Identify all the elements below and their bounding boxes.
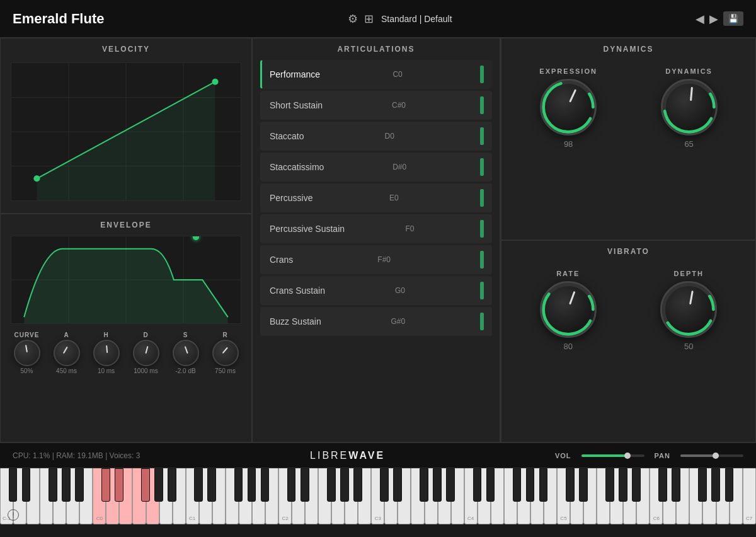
brand-libre: LIBRE <box>310 450 348 461</box>
black-key-6-A#[interactable] <box>725 468 734 502</box>
black-key-6-G#[interactable] <box>711 468 720 502</box>
articulation-name-2: Staccato <box>270 131 304 141</box>
black-key-0-D#[interactable] <box>115 468 123 502</box>
black-key-4-F#[interactable] <box>513 468 522 502</box>
black-key-1-A#[interactable] <box>261 468 270 502</box>
black-key-4-C#[interactable] <box>473 468 482 502</box>
piano-keyboard[interactable]: C-1C0C1C2C3C4C5C6C7 <box>0 468 756 524</box>
black-key-5-C#[interactable] <box>566 468 575 502</box>
white-key-56[interactable]: C7 <box>743 468 756 524</box>
black-key-4-D#[interactable] <box>486 468 495 502</box>
key-label-c2: C2 <box>282 516 288 521</box>
settings-icon[interactable]: ⚙ <box>348 12 358 26</box>
black-key-1-D#[interactable] <box>207 468 216 502</box>
articulation-item-4[interactable]: Percussive E0 <box>260 183 492 212</box>
articulation-key-4: E0 <box>389 193 399 202</box>
black-key-6-F#[interactable] <box>698 468 707 502</box>
next-arrow[interactable]: ▶ <box>709 12 718 26</box>
articulation-bar-8 <box>480 313 484 330</box>
black-key--1-A#[interactable] <box>75 468 84 502</box>
articulation-item-8[interactable]: Buzz Sustain G#0 <box>260 307 492 336</box>
articulation-item-0[interactable]: Performance C0 <box>260 60 492 89</box>
prev-arrow[interactable]: ◀ <box>696 12 704 26</box>
expression-knob[interactable] <box>540 79 597 136</box>
s-knob-group: S -2.0 dB <box>173 332 199 374</box>
attack-knob[interactable] <box>54 340 80 366</box>
dynamics-knob[interactable] <box>661 79 718 136</box>
h-knob-group: H 10 ms <box>93 332 120 374</box>
articulation-item-3[interactable]: Staccatissimo D#0 <box>260 153 492 182</box>
black-key-5-D#[interactable] <box>579 468 588 502</box>
black-key-6-D#[interactable] <box>672 468 680 502</box>
articulation-item-7[interactable]: Crans Sustain G0 <box>260 276 492 305</box>
articulation-item-2[interactable]: Staccato D0 <box>260 122 492 151</box>
depth-knob[interactable] <box>660 281 717 338</box>
black-key--1-G#[interactable] <box>62 468 71 502</box>
hold-knob[interactable] <box>93 340 120 366</box>
black-key-4-A#[interactable] <box>539 468 548 502</box>
black-key-5-G#[interactable] <box>619 468 627 502</box>
black-key-1-C#[interactable] <box>194 468 203 502</box>
articulation-item-1[interactable]: Short Sustain C#0 <box>260 91 492 120</box>
black-key-2-C#[interactable] <box>287 468 296 502</box>
dynamics-panel: DYNAMICS EXPRESSION 98 DYNAMICS <box>501 38 756 240</box>
expression-label: EXPRESSION <box>539 67 597 75</box>
articulation-key-0: C0 <box>392 70 402 79</box>
envelope-panel: ENVELOPE CURVE <box>0 214 252 442</box>
h-label: H <box>103 332 108 338</box>
black-key-3-D#[interactable] <box>393 468 402 502</box>
dynamics-knob-group: DYNAMICS 65 <box>661 67 718 149</box>
envelope-graph[interactable] <box>11 236 241 324</box>
black-key-2-G#[interactable] <box>340 468 349 502</box>
velocity-title: VELOCITY <box>1 38 251 57</box>
header-icons: ⚙ ⊞ <box>348 12 374 26</box>
black-key-5-F#[interactable] <box>605 468 614 502</box>
depth-value: 50 <box>684 342 693 351</box>
articulation-key-3: D#0 <box>392 163 406 171</box>
right-column: DYNAMICS EXPRESSION 98 DYNAMICS <box>501 38 756 442</box>
black-key-0-A#[interactable] <box>168 468 176 502</box>
black-key-3-G#[interactable] <box>433 468 442 502</box>
black-key-6-C#[interactable] <box>658 468 667 502</box>
key-label-c6: C6 <box>653 516 660 521</box>
pan-thumb[interactable] <box>713 453 719 459</box>
black-key-2-F#[interactable] <box>327 468 336 502</box>
grid-icon[interactable]: ⊞ <box>364 12 374 26</box>
articulation-name-3: Staccatissimo <box>270 162 324 172</box>
curve-value: 50% <box>20 367 33 374</box>
black-key-1-G#[interactable] <box>248 468 256 502</box>
decay-knob[interactable] <box>133 340 159 366</box>
articulation-item-5[interactable]: Percussive Sustain F0 <box>260 214 492 243</box>
black-key-2-D#[interactable] <box>301 468 309 502</box>
articulation-item-6[interactable]: Crans F#0 <box>260 245 492 274</box>
black-key-4-G#[interactable] <box>526 468 535 502</box>
black-key-2-A#[interactable] <box>353 468 362 502</box>
black-key-0-F#[interactable] <box>141 468 150 502</box>
rate-label: RATE <box>556 270 580 277</box>
black-key--1-F#[interactable] <box>49 468 57 502</box>
black-key-3-C#[interactable] <box>380 468 389 502</box>
pan-slider[interactable] <box>680 454 743 457</box>
velocity-graph[interactable] <box>11 62 241 201</box>
black-key-0-C#[interactable] <box>101 468 110 502</box>
rate-knob[interactable] <box>540 281 597 338</box>
black-key-3-A#[interactable] <box>446 468 455 502</box>
black-key-1-F#[interactable] <box>234 468 243 502</box>
vol-slider[interactable] <box>581 454 644 457</box>
key-label-c7: C7 <box>746 516 752 521</box>
keyboard-section: ! C-1C0C1C2C3C4C5C6C7 <box>0 468 756 524</box>
key-label-c5: C5 <box>560 516 566 521</box>
articulation-name-5: Percussive Sustain <box>270 224 345 234</box>
release-knob[interactable] <box>212 340 239 366</box>
curve-knob[interactable] <box>14 340 40 366</box>
vol-thumb[interactable] <box>624 453 631 459</box>
black-key-5-A#[interactable] <box>632 468 641 502</box>
save-icon[interactable]: 💾 <box>723 11 743 26</box>
black-key-3-F#[interactable] <box>420 468 428 502</box>
info-icon[interactable]: ! <box>8 509 19 521</box>
sustain-knob[interactable] <box>173 340 199 366</box>
black-key-0-G#[interactable] <box>154 468 163 502</box>
black-key--1-C#[interactable] <box>9 468 18 502</box>
black-key--1-D#[interactable] <box>22 468 31 502</box>
articulation-name-6: Crans <box>270 255 293 265</box>
